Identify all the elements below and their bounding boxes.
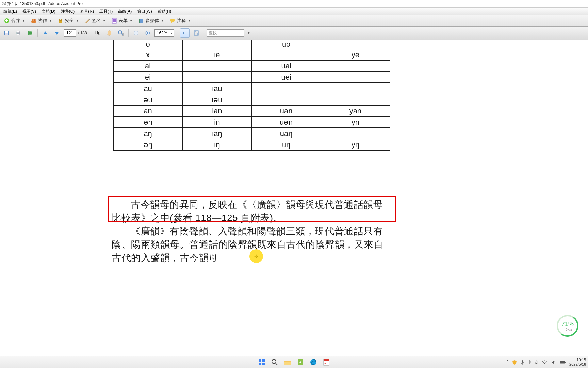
svg-rect-39: [262, 363, 265, 365]
tray-battery-icon[interactable]: [560, 361, 566, 364]
svg-text:I: I: [95, 31, 96, 35]
sign-button[interactable]: 签名▼: [82, 16, 108, 25]
start-button[interactable]: [257, 357, 267, 367]
network-speed-widget[interactable]: 71% ↑ 0K/s: [557, 315, 578, 337]
tray-mic-icon[interactable]: [520, 360, 524, 365]
tray-shield-icon[interactable]: [512, 360, 517, 365]
svg-rect-53: [560, 361, 565, 363]
page-number-input[interactable]: [64, 29, 76, 37]
collab-button[interactable]: 协作▼: [28, 16, 54, 25]
table-cell: aŋ: [113, 128, 182, 139]
table-cell: an: [113, 105, 182, 117]
hand-tool[interactable]: [104, 28, 114, 38]
zoom-out-button[interactable]: [131, 28, 141, 38]
svg-rect-2: [5, 20, 8, 21]
page-up-button[interactable]: [40, 28, 50, 38]
svg-rect-11: [113, 21, 116, 22]
table-cell: ən: [113, 117, 182, 128]
menu-document[interactable]: 文档(D): [39, 8, 58, 15]
print-button[interactable]: [14, 28, 23, 38]
fit-page-button[interactable]: [192, 28, 201, 38]
zoom-select[interactable]: 162%: [154, 29, 175, 37]
svg-point-40: [272, 359, 276, 364]
table-cell: [182, 40, 251, 49]
secure-button[interactable]: 安全▼: [55, 16, 81, 25]
cursor-highlight: ✢: [249, 249, 263, 263]
svg-rect-42: [284, 362, 291, 365]
table-cell: uan: [252, 105, 321, 117]
menu-edit[interactable]: 编辑(E): [1, 8, 20, 15]
lock-icon: [58, 18, 64, 24]
table-cell: ai: [113, 60, 182, 72]
table-cell: uai: [252, 60, 321, 72]
marquee-zoom-tool[interactable]: [116, 28, 126, 38]
svg-point-50: [544, 363, 545, 364]
forms-button[interactable]: 表单▼: [109, 16, 135, 25]
svg-rect-30: [135, 33, 137, 33]
table-cell: ie: [182, 49, 251, 60]
pdf-page: ouoɤieyeaiuaieiueiauiauəuiəuanianuanyanə…: [113, 40, 390, 151]
tray-chevron-icon[interactable]: ˄: [507, 360, 509, 364]
explorer-taskbar-button[interactable]: [282, 357, 293, 367]
select-tool[interactable]: I: [93, 28, 102, 38]
web-button[interactable]: [25, 28, 35, 38]
search-input[interactable]: 查找: [207, 29, 244, 37]
tray-ime-mode[interactable]: 拼: [535, 359, 539, 365]
svg-rect-33: [147, 32, 148, 34]
svg-rect-36: [259, 359, 261, 362]
search-taskbar-button[interactable]: [270, 357, 280, 367]
table-cell: ye: [321, 49, 390, 60]
page-down-button[interactable]: [52, 28, 62, 38]
titlebar: 程 第4版_13501353.pdf - Adobe Acrobat Pro —…: [0, 0, 588, 8]
table-cell: uŋ: [252, 139, 321, 150]
table-cell: uən: [252, 117, 321, 128]
multimedia-button[interactable]: 多媒体▼: [136, 16, 166, 25]
table-cell: iŋ: [182, 139, 251, 150]
menu-window[interactable]: 窗口(W): [134, 8, 154, 15]
search-dropdown[interactable]: ▼: [247, 31, 250, 35]
svg-line-27: [121, 34, 123, 35]
table-cell: iaŋ: [182, 128, 251, 139]
svg-rect-13: [139, 19, 140, 23]
table-cell: o: [113, 40, 182, 49]
maximize-button[interactable]: ☐: [582, 1, 587, 6]
minimize-button[interactable]: —: [571, 1, 575, 6]
menu-comments[interactable]: 注释(C): [58, 8, 78, 15]
plus-icon: [4, 18, 10, 24]
tray-wifi-icon[interactable]: [542, 360, 548, 364]
phonetics-table: ouoɤieyeaiuaieiueiauiauəuiəuanianuanyanə…: [113, 40, 390, 151]
toolbar-tasks: 合并▼ 协作▼ 安全▼ 签名▼ 表单▼ 多媒体▼ 注释▼: [0, 15, 588, 27]
form-icon: [111, 18, 117, 24]
menu-view[interactable]: 视图(V): [20, 8, 39, 15]
svg-point-4: [34, 19, 36, 21]
page-total-label: / 188: [78, 31, 87, 35]
menu-advanced[interactable]: 高级(A): [115, 8, 134, 15]
document-viewport[interactable]: ouoɤieyeaiuaieiueiauiauəuiəuanianuanyanə…: [0, 40, 588, 356]
menu-help[interactable]: 帮助(H): [155, 8, 174, 15]
svg-rect-38: [259, 363, 261, 365]
svg-rect-10: [113, 20, 116, 21]
tray-ime-lang[interactable]: 中: [528, 359, 532, 365]
table-cell: iau: [182, 83, 251, 94]
table-cell: [252, 94, 321, 105]
taskbar-center: λ: [257, 357, 331, 367]
fit-width-button[interactable]: [180, 28, 190, 38]
svg-rect-7: [60, 19, 62, 21]
app-taskbar-button[interactable]: [295, 357, 306, 367]
table-cell: [321, 94, 390, 105]
table-cell: uo: [252, 40, 321, 49]
menubar: 编辑(E) 视图(V) 文档(D) 注释(C) 表单(R) 工具(T) 高级(A…: [0, 8, 588, 15]
save-button[interactable]: [2, 28, 12, 38]
tray-volume-icon[interactable]: [551, 360, 556, 365]
table-cell: [182, 60, 251, 72]
merge-button[interactable]: 合并▼: [1, 16, 28, 25]
comment-button[interactable]: 注释▼: [167, 16, 193, 25]
zoom-in-button[interactable]: [143, 28, 152, 38]
menu-tools[interactable]: 工具(T): [97, 8, 115, 15]
edge-taskbar-button[interactable]: [308, 357, 318, 367]
svg-rect-17: [5, 31, 8, 33]
acrobat-taskbar-button[interactable]: λ: [321, 357, 331, 367]
menu-forms[interactable]: 表单(R): [77, 8, 97, 15]
tray-datetime[interactable]: 19:15 2022/5/16: [569, 358, 586, 366]
table-cell: ɤ: [113, 49, 182, 60]
